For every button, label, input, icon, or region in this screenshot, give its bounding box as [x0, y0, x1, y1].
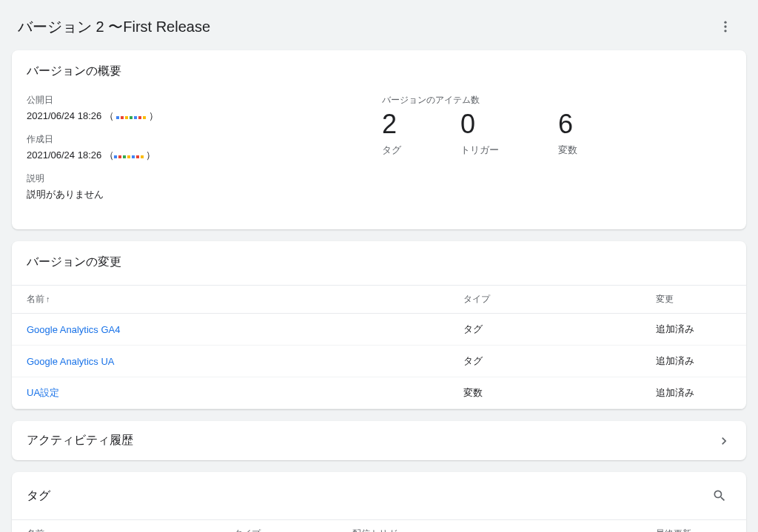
- published-value: 2021/06/24 18:26 （ ）: [27, 110, 382, 123]
- count-variables: 6 変数: [558, 110, 577, 157]
- count-variables-num: 6: [558, 110, 577, 139]
- svg-point-1: [724, 25, 726, 27]
- change-status: 追加済み: [656, 323, 731, 336]
- items-count-label: バージョンのアイテム数: [382, 94, 731, 107]
- changes-header: 名前↑ タイプ 変更: [12, 285, 746, 314]
- published-label: 公開日: [27, 94, 382, 107]
- svg-point-2: [724, 30, 726, 32]
- more-menu-button[interactable]: [711, 12, 740, 41]
- created-date: 2021/06/24 18:26: [27, 149, 101, 161]
- count-variables-label: 変数: [558, 144, 577, 157]
- created-label: 作成日: [27, 133, 382, 146]
- tags-col-updated[interactable]: 最終更新: [656, 528, 731, 532]
- published-date: 2021/06/24 18:26: [27, 110, 101, 121]
- page-title: バージョン 2 〜First Release: [18, 17, 210, 37]
- tags-header: タグ: [12, 472, 746, 519]
- count-triggers: 0 トリガー: [460, 110, 499, 157]
- changes-row[interactable]: Google Analytics UA タグ 追加済み: [12, 346, 746, 377]
- change-name-link[interactable]: UA設定: [27, 386, 463, 400]
- changes-row[interactable]: Google Analytics GA4 タグ 追加済み: [12, 314, 746, 346]
- tags-title: タグ: [27, 488, 50, 504]
- change-type: タグ: [463, 323, 656, 336]
- change-status: 追加済み: [656, 386, 731, 400]
- tags-col-name[interactable]: 名前↑: [27, 528, 234, 532]
- version-changes-card: バージョンの変更 名前↑ タイプ 変更 Google Analytics GA4…: [12, 241, 746, 409]
- change-name-link[interactable]: Google Analytics UA: [27, 356, 463, 367]
- count-triggers-num: 0: [460, 110, 499, 139]
- chevron-right-icon: [717, 434, 731, 448]
- tags-col-trigger[interactable]: 配信トリガー: [352, 528, 656, 532]
- changes-row[interactable]: UA設定 変数 追加済み: [12, 377, 746, 409]
- description-value: 説明がありません: [27, 188, 382, 201]
- sort-asc-icon: ↑: [46, 529, 50, 532]
- page-header: バージョン 2 〜First Release: [12, 0, 746, 50]
- published-by: （ ）: [104, 110, 158, 121]
- svg-point-0: [724, 21, 726, 24]
- changes-title: バージョンの変更: [12, 241, 746, 285]
- created-by: （ ）: [104, 149, 156, 161]
- count-tags: 2 タグ: [382, 110, 401, 157]
- change-status: 追加済み: [656, 354, 731, 368]
- overview-title: バージョンの概要: [12, 50, 746, 94]
- changes-col-type[interactable]: タイプ: [463, 293, 656, 306]
- tags-table-header: 名前↑ タイプ 配信トリガー 最終更新: [12, 519, 746, 532]
- more-vert-icon: [718, 19, 733, 34]
- change-name-link[interactable]: Google Analytics GA4: [27, 324, 463, 335]
- search-button[interactable]: [708, 484, 731, 508]
- count-tags-label: タグ: [382, 144, 401, 157]
- changes-col-change[interactable]: 変更: [656, 293, 731, 306]
- activity-history-card[interactable]: アクティビティ履歴: [12, 421, 746, 460]
- change-type: タグ: [463, 354, 656, 368]
- tags-col-type[interactable]: タイプ: [234, 528, 352, 532]
- count-triggers-label: トリガー: [460, 144, 499, 157]
- description-label: 説明: [27, 172, 382, 185]
- change-type: 変数: [463, 386, 656, 400]
- tags-card: タグ 名前↑ タイプ 配信トリガー 最終更新 Google Analytics …: [12, 472, 746, 532]
- version-overview-card: バージョンの概要 公開日 2021/06/24 18:26 （ ） 作成日 20…: [12, 50, 746, 229]
- sort-asc-icon: ↑: [46, 294, 50, 303]
- changes-col-name[interactable]: 名前↑: [27, 293, 463, 306]
- created-value: 2021/06/24 18:26 （ ）: [27, 149, 382, 162]
- activity-title: アクティビティ履歴: [27, 433, 133, 448]
- search-icon: [712, 488, 727, 503]
- count-tags-num: 2: [382, 110, 401, 139]
